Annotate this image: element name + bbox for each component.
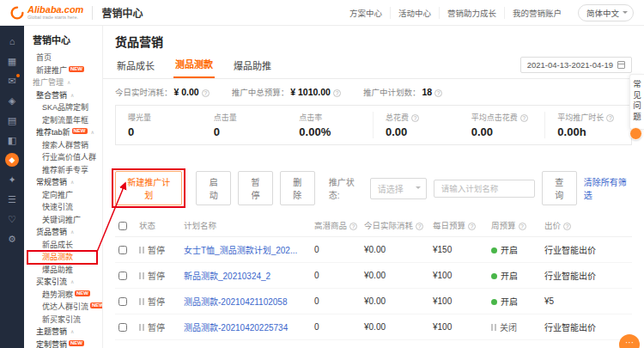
cell-bid: ¥5	[541, 289, 632, 314]
faq-tab[interactable]: 常见问题	[629, 74, 644, 130]
help-icon[interactable]	[434, 89, 442, 97]
overview-icon[interactable]: ▦	[4, 54, 20, 68]
tab-hot-product-boost[interactable]: 爆品助推	[232, 55, 273, 78]
sidebar-item-recommend-newbie[interactable]: 推荐新手专享	[24, 164, 102, 177]
sidebar-item-homepage[interactable]: 首页	[24, 52, 102, 64]
new-badge: NEW	[72, 128, 88, 134]
help-icon[interactable]	[202, 89, 210, 97]
status-on-icon	[491, 247, 497, 253]
sidebar-item-quick-traffic[interactable]: 快速引流	[24, 201, 102, 214]
sidebar-group-buyer-traffic[interactable]: 买家引流	[24, 276, 102, 289]
clear-filters-link[interactable]: 清除所有筛选	[584, 175, 632, 201]
plan-name-link[interactable]: 新品测款_20210324_2	[184, 272, 270, 281]
help-icon[interactable]	[416, 223, 423, 230]
alibaba-logo[interactable]: Alibaba.com Global trade starts here.	[10, 5, 83, 21]
plan-name-link[interactable]: 测品测款-20210421102058	[184, 297, 287, 307]
nav-marketing-growth[interactable]: 营销助力成长	[439, 7, 504, 19]
sidebar-item-new-campaign[interactable]: 新建推广NEW	[24, 64, 102, 77]
sidebar-section-campaign-management[interactable]: 推广管理	[24, 76, 102, 89]
row-checkbox[interactable]	[118, 246, 127, 254]
plan-name-input[interactable]	[434, 180, 535, 198]
help-icon[interactable]	[520, 114, 528, 122]
messages-icon[interactable]: ✉	[4, 74, 20, 88]
row-checkbox[interactable]	[118, 297, 127, 306]
date-range-value: 2021-04-13-2021-04-19	[527, 60, 613, 70]
language-selector[interactable]: 简体中文	[578, 4, 634, 21]
new-plan-button[interactable]: 新建推广计划	[115, 171, 182, 205]
tab-new-product-growth[interactable]: 新品成长	[115, 55, 156, 78]
sidebar-group-custom-marketing[interactable]: 定制营销NEW	[24, 339, 102, 348]
cell-bid: 行业智能出价	[541, 237, 632, 263]
cell-daily-budget: ¥100	[429, 314, 488, 340]
settings-icon[interactable]: ⚙	[4, 232, 20, 246]
query-button[interactable]: 查询	[542, 171, 577, 205]
marketing-icon[interactable]: ◆	[5, 153, 19, 167]
header-today-cost: 今日实际消耗	[361, 214, 429, 237]
data-icon[interactable]: ◧	[4, 133, 20, 147]
status-filter-select[interactable]: 请选择	[370, 178, 427, 199]
sidebar-group-integrated-marketing[interactable]: 整合营销	[24, 89, 102, 102]
favorites-icon[interactable]: ♡	[4, 212, 20, 226]
delete-button[interactable]: 删除	[280, 171, 315, 205]
plan-name-link[interactable]: 测品测款-20210420225734	[184, 323, 288, 333]
sidebar-item-keyword-promotion[interactable]: 关键词推广	[24, 214, 102, 227]
sidebar-item-ska-brand[interactable]: SKA品牌定制	[24, 101, 102, 114]
sidebar-item-hot-product-boost[interactable]: 爆品助推	[24, 264, 102, 277]
sidebar-title: 营销中心	[24, 26, 102, 52]
status-off-icon	[491, 324, 496, 331]
nav-solution-center[interactable]: 方案中心	[342, 7, 390, 19]
row-checkbox[interactable]	[118, 272, 127, 280]
sidebar-item-custom-traffic-frame[interactable]: 定制流量年框	[24, 114, 102, 127]
cell-potential: 0	[311, 289, 361, 314]
brand-tagline: Global trade starts here.	[27, 15, 83, 21]
cell-plan-name: 测品测款-20210420225734	[180, 314, 311, 340]
cell-week-budget: 开启	[488, 289, 541, 314]
sidebar-group-product-marketing[interactable]: 货品营销	[24, 226, 102, 239]
help-icon[interactable]	[411, 114, 419, 122]
sidebar-group-regular-marketing[interactable]: 常规营销	[24, 176, 102, 189]
row-checkbox[interactable]	[118, 323, 127, 332]
cell-today-cost: ¥0.00	[361, 289, 429, 314]
assistant-avatar[interactable]	[629, 127, 642, 140]
home-icon[interactable]: ⌂	[4, 34, 20, 48]
apps-icon[interactable]: ☰	[4, 192, 20, 206]
tools-icon[interactable]: ✦	[4, 173, 20, 186]
start-button[interactable]: 启动	[196, 171, 231, 205]
help-icon[interactable]	[468, 223, 476, 230]
tab-product-testing[interactable]: 测品测款	[173, 53, 215, 78]
date-range-picker[interactable]: 2021-04-13-2021-04-19	[520, 57, 632, 73]
pause-button[interactable]: 暂停	[238, 171, 273, 205]
plan-name-link[interactable]: 女士T恤_测品测款计划_202...	[184, 246, 297, 255]
new-badge: NEW	[75, 290, 90, 296]
cell-today-cost: ¥0.00	[361, 340, 429, 348]
calendar-icon	[617, 61, 625, 69]
content-area: 今日实时消耗：¥ 0.00 推广中总预算：¥ 1010.00 推广中计划数：18…	[103, 79, 644, 348]
stats-row: 今日实时消耗：¥ 0.00 推广中总预算：¥ 1010.00 推广中计划数：18	[115, 86, 632, 98]
help-icon[interactable]	[333, 89, 341, 97]
plans-table: 状态 计划名称 高潜商品 今日实际消耗 每日预算 周预算 出价 暂停 女士T恤_…	[115, 214, 632, 348]
sidebar-item-audience-traffic[interactable]: 优达人群引流NEW	[24, 301, 102, 314]
sidebar-group-theme-marketing[interactable]: 主题营销	[24, 326, 102, 339]
sidebar-item-trend-insight[interactable]: 趋势洞察NEW	[24, 289, 102, 302]
cell-daily-budget: ¥150	[429, 237, 488, 263]
metric-total-spend: 总花费0.00	[373, 112, 459, 138]
nav-my-account[interactable]: 我的营销账户	[504, 7, 569, 19]
cell-checkbox	[115, 340, 136, 348]
help-icon[interactable]	[563, 223, 571, 230]
help-icon[interactable]	[349, 223, 357, 230]
products-icon[interactable]: ◈	[4, 94, 20, 107]
sidebar-item-targeted-promotion[interactable]: 定向推广	[24, 189, 102, 202]
help-icon[interactable]	[606, 114, 614, 122]
select-all-checkbox[interactable]	[118, 222, 127, 230]
sidebar-item-new-buyer-traffic[interactable]: 新买家引流	[24, 314, 102, 327]
status-on-icon	[491, 299, 497, 305]
help-icon[interactable]	[519, 223, 526, 230]
orders-icon[interactable]: ▤	[4, 113, 20, 127]
sidebar-group-recommend-tab[interactable]: 推荐tab新NEW	[24, 126, 102, 139]
sidebar-item-new-product-growth[interactable]: 新品成长	[24, 239, 102, 252]
pause-icon	[139, 247, 144, 253]
sidebar-item-search-audience[interactable]: 搜索人群营销	[24, 139, 102, 152]
nav-activity-center[interactable]: 活动中心	[390, 7, 439, 19]
sidebar-item-product-testing[interactable]: 测品测款	[24, 251, 102, 264]
sidebar-item-industry-high-value[interactable]: 行业高价值人群	[24, 151, 102, 164]
